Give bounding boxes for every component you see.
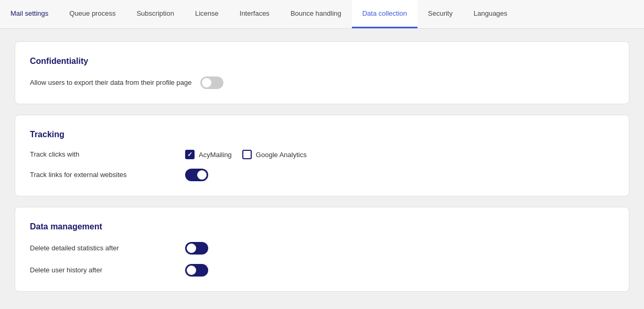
acymailing-checkbox-item[interactable]: AcyMailing [185,150,232,159]
google-analytics-checkbox[interactable] [242,150,252,159]
tab-languages[interactable]: Languages [463,0,518,28]
acymailing-checkbox[interactable] [185,150,195,159]
tab-queue-process[interactable]: Queue process [59,0,126,28]
tab-subscription[interactable]: Subscription [126,0,185,28]
delete-statistics-row: Delete detailed statistics after [30,242,614,255]
confidentiality-title: Confidentiality [30,57,614,66]
track-clicks-options: AcyMailing Google Analytics [185,150,307,159]
delete-history-row: Delete user history after [30,264,614,277]
export-data-toggle[interactable] [200,76,223,89]
tracking-card: Tracking Track clicks with AcyMailing Go… [15,115,629,196]
acymailing-label: AcyMailing [199,151,232,159]
tab-security[interactable]: Security [417,0,463,28]
delete-statistics-label: Delete detailed statistics after [30,244,177,253]
track-clicks-label: Track clicks with [30,150,177,159]
data-management-title: Data management [30,222,614,231]
tab-bounce-handling[interactable]: Bounce handling [280,0,352,28]
delete-statistics-toggle[interactable] [185,242,208,255]
export-data-row: Allow users to export their data from th… [30,76,614,89]
track-clicks-row: Track clicks with AcyMailing Google Anal… [30,150,614,159]
tab-license[interactable]: License [185,0,229,28]
tab-interfaces[interactable]: Interfaces [229,0,280,28]
delete-history-toggle[interactable] [185,264,208,277]
main-content: Confidentiality Allow users to export th… [0,29,644,309]
tab-data-collection[interactable]: Data collection [352,0,417,28]
data-management-card: Data management Delete detailed statisti… [15,207,629,292]
track-links-label: Track links for external websites [30,170,177,180]
google-analytics-label: Google Analytics [256,151,307,159]
tab-mail-settings[interactable]: Mail settings [0,0,59,28]
track-links-row: Track links for external websites [30,169,614,181]
export-data-label: Allow users to export their data from th… [30,78,192,87]
tracking-title: Tracking [30,130,614,139]
confidentiality-card: Confidentiality Allow users to export th… [15,41,629,104]
tab-bar: Mail settings Queue process Subscription… [0,0,644,29]
track-links-toggle[interactable] [185,169,208,181]
google-analytics-checkbox-item[interactable]: Google Analytics [242,150,307,159]
delete-history-label: Delete user history after [30,266,177,275]
